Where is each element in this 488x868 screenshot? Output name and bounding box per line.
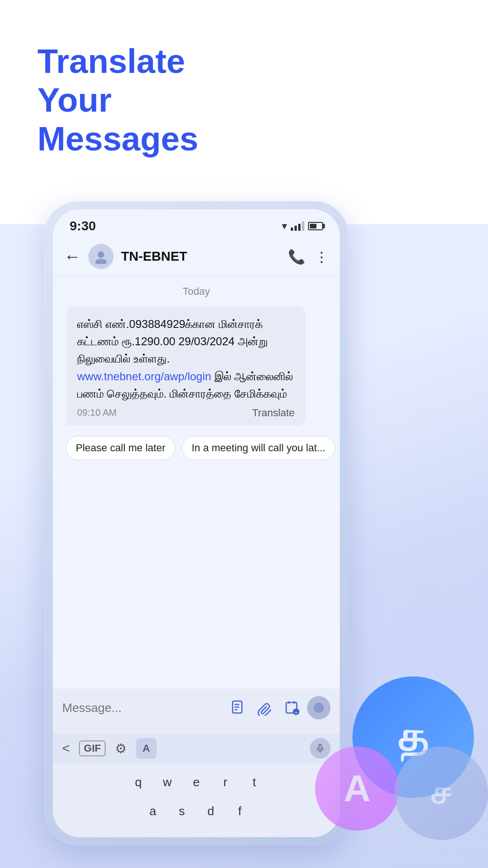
status-time: 9:30	[70, 219, 96, 234]
header-actions: 📞 ⋮	[288, 249, 329, 265]
message-text: எஸ்சி எண்.093884929க்கான மின்சாரக் கட்டண…	[77, 315, 294, 402]
contact-name: TN-EBNET	[121, 249, 280, 264]
message-input-row: +	[62, 696, 330, 719]
avatar	[88, 244, 114, 269]
key-f[interactable]: f	[228, 799, 252, 823]
headline-container: Translate Your Messages	[37, 42, 198, 158]
date-divider: Today	[66, 285, 327, 298]
keyboard-row-1: q w e r t	[58, 770, 334, 794]
quick-reply-1[interactable]: Please call me later	[66, 436, 175, 460]
document-icon[interactable]	[229, 698, 247, 717]
key-a[interactable]: a	[141, 799, 165, 823]
more-options-icon[interactable]: ⋮	[315, 249, 329, 265]
attach-icon[interactable]	[256, 698, 274, 717]
message-input[interactable]	[62, 697, 223, 719]
headline-line2: Your	[37, 81, 198, 120]
send-button[interactable]	[307, 696, 330, 719]
svg-text:+: +	[295, 710, 298, 715]
headline-line3: Messages	[37, 120, 198, 158]
headline-line1: Translate	[37, 42, 198, 81]
key-e[interactable]: e	[184, 770, 208, 794]
message-link[interactable]: www.tnebnet.org/awp/login	[77, 370, 211, 383]
phone-frame: 9:30 ▾ ← TN-EBNET 📞	[44, 201, 348, 846]
svg-rect-12	[319, 745, 322, 749]
keyboard-translate-button[interactable]: A	[136, 738, 157, 759]
message-bubble: எஸ்சி எண்.093884929க்கான மின்சாரக் கட்டண…	[66, 306, 306, 426]
keyboard-toolbar: < GIF ⚙ A	[53, 733, 340, 763]
key-w[interactable]: w	[155, 770, 179, 794]
status-bar: 9:30 ▾	[53, 209, 340, 237]
input-action-icons: +	[229, 698, 301, 717]
translate-button[interactable]: Translate	[252, 407, 294, 419]
message-input-area: +	[53, 689, 340, 733]
key-r[interactable]: r	[213, 770, 237, 794]
svg-point-0	[98, 251, 104, 258]
svg-point-11	[314, 703, 324, 713]
message-footer: 09:10 AM Translate	[77, 407, 294, 419]
message-time: 09:10 AM	[77, 407, 117, 418]
quick-reply-2[interactable]: In a meeting will call you lat...	[182, 436, 335, 460]
back-button[interactable]: ←	[64, 248, 81, 265]
gif-button[interactable]: GIF	[79, 740, 106, 756]
battery-icon	[308, 222, 323, 230]
svg-point-1	[95, 259, 107, 264]
quick-replies: Please call me later In a meeting will c…	[66, 436, 327, 460]
phone-screen: 9:30 ▾ ← TN-EBNET 📞	[53, 209, 340, 837]
keyboard-row-2: a s d f	[58, 799, 334, 823]
keyboard-settings-button[interactable]: ⚙	[115, 741, 127, 756]
scheduled-message-icon[interactable]: +	[283, 698, 301, 717]
key-t[interactable]: t	[242, 770, 266, 794]
wifi-icon: ▾	[282, 220, 287, 232]
microphone-button[interactable]	[310, 738, 330, 759]
signal-icon	[291, 221, 304, 231]
key-s[interactable]: s	[170, 799, 194, 823]
status-icons: ▾	[282, 220, 323, 232]
key-q[interactable]: q	[126, 770, 151, 794]
message-text-part1: எஸ்சி எண்.093884929க்கான மின்சாரக் கட்டண…	[77, 318, 268, 365]
chat-body: Today எஸ்சி எண்.093884929க்கான மின்சாரக்…	[53, 276, 340, 689]
chat-header: ← TN-EBNET 📞 ⋮	[53, 237, 340, 276]
keyboard: q w e r t a s d f	[53, 763, 340, 837]
keyboard-back-button[interactable]: <	[62, 741, 70, 756]
key-d[interactable]: d	[199, 799, 223, 823]
call-icon[interactable]: 📞	[288, 249, 305, 265]
